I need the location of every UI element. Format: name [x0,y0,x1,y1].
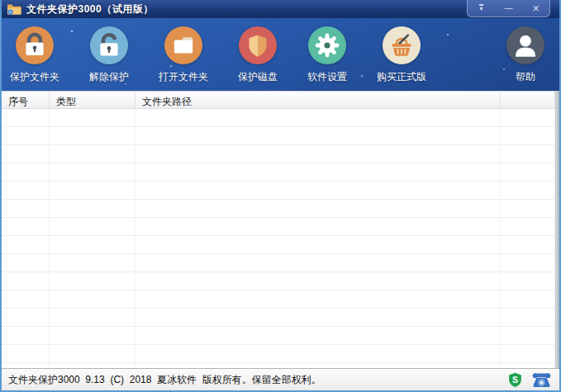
scrollbar-strip[interactable] [555,91,559,368]
app-window: 文件夹保护3000（试用版） ▾ — ✕ 保护文件夹解除保护打开文件夹保护磁盘软… [0,0,561,392]
table-cell [50,182,135,199]
column-header-type[interactable]: 类型 [50,92,135,108]
table-cell [501,254,555,272]
status-bar: 文件夹保护3000 9.13 (C) 2018 夏冰软件 版权所有。保留全部权利… [2,368,559,390]
table-row [2,127,559,145]
close-button[interactable]: ✕ [525,4,547,13]
table-cell [501,127,555,144]
table-cell [50,254,135,272]
table-cell [501,345,555,362]
app-folder-icon [7,2,21,16]
svg-text:S: S [512,374,518,384]
toolbar-button-label: 帮助 [516,70,535,84]
table-cell [2,345,50,362]
table-cell [135,254,501,272]
toolbar-button-label: 保护文件夹 [10,70,59,84]
table-cell [50,218,135,235]
table-cell [50,109,135,126]
title-bar: 文件夹保护3000（试用版） ▾ — ✕ [2,0,559,18]
table-cell [2,182,50,199]
table-cell [501,109,555,126]
table-row [2,345,559,363]
toolbar-button-protect-disk[interactable]: 保护磁盘 [238,26,278,84]
lock-closed-icon [16,26,54,64]
table-cell [50,345,135,362]
toolbar-button-buy-full[interactable]: 购买正式版 [377,26,426,84]
table-cell [2,254,50,272]
person-icon [506,26,544,64]
table-cell [135,218,501,235]
skin-menu-button[interactable]: ▾ [471,4,492,12]
table-cell [501,200,555,217]
table-row [2,109,559,127]
toolbar-button-settings[interactable]: 软件设置 [307,26,347,84]
table-cell [501,272,555,290]
table-cell [501,145,555,163]
table-header: 序号类型文件夹路径 [2,91,559,109]
table-cell [50,200,135,217]
toolbar-button-open-folder[interactable]: 打开文件夹 [159,26,208,84]
table-cell [135,127,501,144]
table-cell [2,200,50,217]
disk-shield-icon [239,26,277,64]
table-cell [135,109,501,126]
table-cell [501,236,555,253]
phone-icon[interactable] [532,372,551,388]
toolbar-button-label: 软件设置 [307,70,347,84]
table-cell [2,145,50,163]
window-title: 文件夹保护3000（试用版） [26,2,154,17]
table-cell [135,236,501,253]
table-row [2,145,559,163]
gear-icon [308,26,346,64]
status-text: 文件夹保护3000 9.13 (C) 2018 夏冰软件 版权所有。保留全部权利… [8,373,321,387]
lock-open-icon [90,26,128,64]
table-cell [501,218,555,235]
table-cell [135,309,501,326]
toolbar-button-help[interactable]: 帮助 [506,26,544,84]
table-row [2,254,559,272]
table-cell [50,127,135,144]
window-controls: ▾ — ✕ [467,0,550,17]
toolbar-button-label: 打开文件夹 [159,70,208,84]
table-cell [135,345,501,362]
table-row [2,272,559,290]
table-cell [501,327,555,344]
basket-icon [383,26,421,64]
table-cell [2,327,50,344]
table-row [2,236,559,254]
toolbar-button-protect-folder[interactable]: 保护文件夹 [10,26,59,84]
table-cell [2,163,50,181]
column-header-extra[interactable] [501,92,555,108]
toolbar-button-label: 解除保护 [89,70,129,84]
folder-icon [164,26,202,64]
shield-s-icon[interactable]: S [508,372,522,388]
table-cell [135,200,501,217]
table-row [2,163,559,182]
table-cell [2,309,50,326]
table-cell [135,145,501,163]
table-cell [50,272,135,290]
column-header-path[interactable]: 文件夹路径 [135,92,501,108]
table-cell [135,272,501,290]
minimize-button[interactable]: — [498,4,520,12]
table-cell [50,163,135,181]
table-cell [501,182,555,199]
toolbar: 保护文件夹解除保护打开文件夹保护磁盘软件设置购买正式版帮助 [2,18,559,91]
table-cell [135,290,501,308]
toolbar-button-label: 保护磁盘 [238,70,278,84]
column-header-index[interactable]: 序号 [2,92,50,108]
table-row [2,200,559,218]
table-cell [2,290,50,308]
table-row [2,290,559,309]
table-row [2,309,559,327]
table-cell [501,163,555,181]
toolbar-button-unprotect[interactable]: 解除保护 [89,26,129,84]
status-icons: S [508,372,553,388]
table-cell [2,272,50,290]
table-cell [501,290,555,308]
table-cell [2,236,50,253]
table-body [2,109,559,368]
table-cell [2,218,50,235]
table-cell [135,327,501,344]
toolbar-button-label: 购买正式版 [377,70,426,84]
